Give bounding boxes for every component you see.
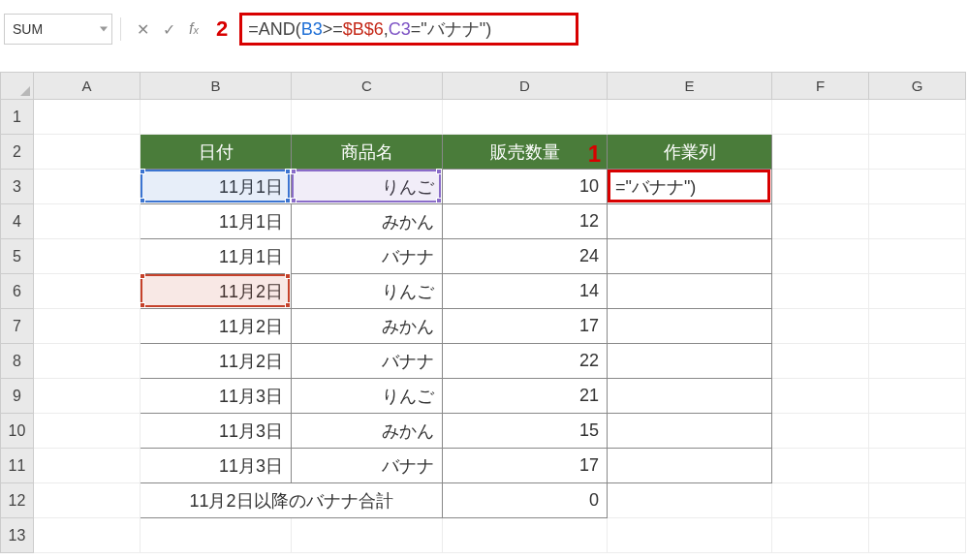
- cell-C13[interactable]: [292, 518, 443, 553]
- row-header-3[interactable]: 3: [1, 170, 34, 204]
- table-header-product[interactable]: 商品名: [292, 135, 443, 170]
- cell-D5[interactable]: 24: [443, 239, 608, 274]
- cell-A5[interactable]: [34, 239, 141, 274]
- cell-A9[interactable]: [34, 379, 141, 414]
- cell-B3[interactable]: 11月1日: [141, 170, 292, 204]
- row-header-1[interactable]: 1: [1, 100, 34, 135]
- cell-D1[interactable]: [443, 100, 608, 135]
- cell-G11[interactable]: [869, 449, 966, 483]
- cell-B1[interactable]: [141, 100, 292, 135]
- table-header-work[interactable]: 作業列: [608, 135, 772, 170]
- row-header-5[interactable]: 5: [1, 239, 34, 274]
- cell-E6[interactable]: [608, 274, 772, 309]
- formula-bar[interactable]: =AND(B3>=$B$6,C3="バナナ"): [239, 13, 578, 46]
- row-header-2[interactable]: 2: [1, 135, 34, 170]
- cell-E5[interactable]: [608, 239, 772, 274]
- cell-D9[interactable]: 21: [443, 379, 608, 414]
- cell-A2[interactable]: [34, 135, 141, 170]
- cell-D3[interactable]: 10: [443, 170, 608, 204]
- column-header-C[interactable]: C: [292, 73, 443, 100]
- cell-C6[interactable]: りんご: [292, 274, 443, 309]
- cell-G13[interactable]: [869, 518, 966, 553]
- chevron-down-icon[interactable]: [100, 27, 108, 32]
- cell-G12[interactable]: [869, 483, 966, 518]
- cell-G1[interactable]: [869, 100, 966, 135]
- cell-E3-active[interactable]: ="バナナ"): [608, 170, 772, 204]
- cell-F10[interactable]: [772, 414, 869, 449]
- cell-E12[interactable]: [608, 483, 772, 518]
- row-header-4[interactable]: 4: [1, 204, 34, 239]
- cell-D13[interactable]: [443, 518, 608, 553]
- cell-C9[interactable]: りんご: [292, 379, 443, 414]
- cell-A11[interactable]: [34, 449, 141, 483]
- cancel-icon[interactable]: ✕: [137, 20, 149, 39]
- cell-E13[interactable]: [608, 518, 772, 553]
- cell-B10[interactable]: 11月3日: [141, 414, 292, 449]
- column-header-F[interactable]: F: [772, 73, 869, 100]
- row-header-12[interactable]: 12: [1, 483, 34, 518]
- cell-F7[interactable]: [772, 309, 869, 344]
- row-header-13[interactable]: 13: [1, 518, 34, 553]
- cell-C8[interactable]: バナナ: [292, 344, 443, 379]
- row-header-9[interactable]: 9: [1, 379, 34, 414]
- cell-C5[interactable]: バナナ: [292, 239, 443, 274]
- cell-D4[interactable]: 12: [443, 204, 608, 239]
- cell-A1[interactable]: [34, 100, 141, 135]
- cell-F12[interactable]: [772, 483, 869, 518]
- row-header-11[interactable]: 11: [1, 449, 34, 483]
- cell-G7[interactable]: [869, 309, 966, 344]
- cell-F13[interactable]: [772, 518, 869, 553]
- cell-A6[interactable]: [34, 274, 141, 309]
- cell-B13[interactable]: [141, 518, 292, 553]
- select-all-corner[interactable]: [1, 73, 34, 100]
- cell-E11[interactable]: [608, 449, 772, 483]
- cell-G3[interactable]: [869, 170, 966, 204]
- cell-B7[interactable]: 11月2日: [141, 309, 292, 344]
- table-header-date[interactable]: 日付: [141, 135, 292, 170]
- cell-B11[interactable]: 11月3日: [141, 449, 292, 483]
- cell-B9[interactable]: 11月3日: [141, 379, 292, 414]
- column-header-A[interactable]: A: [34, 73, 141, 100]
- spreadsheet-grid[interactable]: A B C D E F G 1 2 日付 商品名 販売数量 1 作業列 3 11…: [0, 72, 968, 553]
- name-box[interactable]: SUM: [4, 14, 112, 45]
- footer-label[interactable]: 11月2日以降のバナナ合計: [141, 483, 443, 518]
- cell-A10[interactable]: [34, 414, 141, 449]
- cell-F6[interactable]: [772, 274, 869, 309]
- column-header-G[interactable]: G: [869, 73, 966, 100]
- cell-E9[interactable]: [608, 379, 772, 414]
- cell-G4[interactable]: [869, 204, 966, 239]
- cell-C3[interactable]: りんご: [292, 170, 443, 204]
- cell-C4[interactable]: みかん: [292, 204, 443, 239]
- cell-A8[interactable]: [34, 344, 141, 379]
- cell-D7[interactable]: 17: [443, 309, 608, 344]
- cell-A3[interactable]: [34, 170, 141, 204]
- cell-D11[interactable]: 17: [443, 449, 608, 483]
- cell-C11[interactable]: バナナ: [292, 449, 443, 483]
- cell-G10[interactable]: [869, 414, 966, 449]
- cell-D6[interactable]: 14: [443, 274, 608, 309]
- row-header-8[interactable]: 8: [1, 344, 34, 379]
- cell-A13[interactable]: [34, 518, 141, 553]
- cell-F3[interactable]: [772, 170, 869, 204]
- cell-F11[interactable]: [772, 449, 869, 483]
- cell-E1[interactable]: [608, 100, 772, 135]
- cell-F2[interactable]: [772, 135, 869, 170]
- cell-C10[interactable]: みかん: [292, 414, 443, 449]
- cell-G2[interactable]: [869, 135, 966, 170]
- cell-D10[interactable]: 15: [443, 414, 608, 449]
- cell-E10[interactable]: [608, 414, 772, 449]
- fx-icon[interactable]: fx: [189, 20, 199, 38]
- table-header-qty[interactable]: 販売数量 1: [443, 135, 608, 170]
- cell-F1[interactable]: [772, 100, 869, 135]
- cell-E8[interactable]: [608, 344, 772, 379]
- cell-A7[interactable]: [34, 309, 141, 344]
- cell-D8[interactable]: 22: [443, 344, 608, 379]
- cell-F4[interactable]: [772, 204, 869, 239]
- row-header-6[interactable]: 6: [1, 274, 34, 309]
- column-header-D[interactable]: D: [443, 73, 608, 100]
- cell-F9[interactable]: [772, 379, 869, 414]
- row-header-7[interactable]: 7: [1, 309, 34, 344]
- cell-B8[interactable]: 11月2日: [141, 344, 292, 379]
- cell-E7[interactable]: [608, 309, 772, 344]
- cell-B6[interactable]: 11月2日: [141, 274, 292, 309]
